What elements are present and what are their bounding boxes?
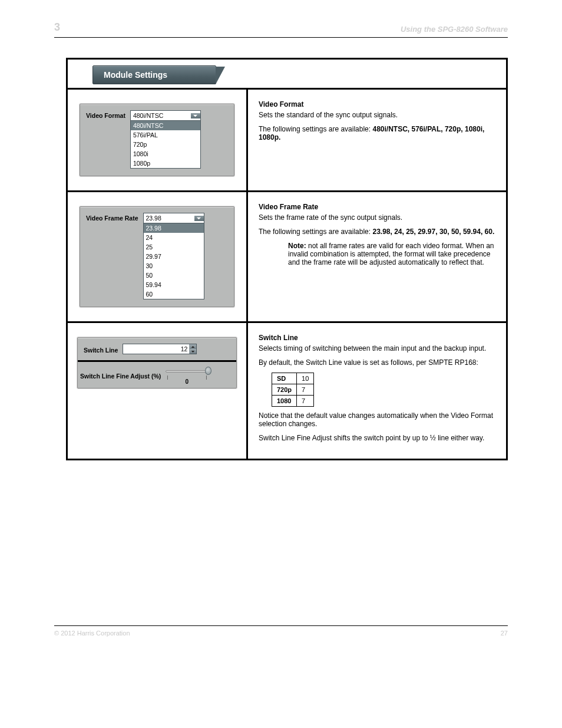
switch-line-desc-title: Switch Line (259, 334, 495, 342)
video-frame-rate-selected: 23.98 (144, 215, 194, 222)
table-row: 10807 (272, 396, 314, 407)
list-item[interactable]: 720p (131, 140, 200, 149)
row-video-format: Video Format 480i/NTSC 480i/NTSC 576i/PA… (68, 90, 506, 192)
video-format-desc-p1: Sets the standard of the sync output sig… (259, 111, 495, 119)
chevron-down-icon[interactable] (191, 113, 200, 118)
video-frame-rate-desc-p1: Sets the frame rate of the sync output s… (259, 213, 495, 222)
switch-line-desc-p1: Selects timing of switching between the … (259, 344, 495, 353)
chevron-down-icon[interactable] (194, 216, 204, 221)
module-settings-tab[interactable]: Module Settings (92, 65, 216, 84)
video-frame-rate-listbox[interactable]: 23.98 24 25 29.97 30 50 59.94 60 (143, 223, 204, 299)
table-row: SD10 (272, 373, 314, 384)
slider-thumb-icon[interactable] (205, 367, 211, 375)
module-settings-tab-label: Module Settings (104, 70, 167, 80)
list-item[interactable]: 30 (144, 261, 204, 271)
list-item[interactable]: 29.97 (144, 252, 204, 261)
video-frame-rate-label: Video Frame Rate (86, 213, 138, 222)
list-item[interactable]: 576i/PAL (131, 130, 200, 140)
video-format-desc-p2: The following settings are available: 48… (259, 125, 495, 141)
page-title: Using the SPG-8260 Software (401, 25, 508, 34)
video-format-label: Video Format (86, 110, 125, 119)
list-item[interactable]: 1080p (131, 159, 200, 168)
settings-table: Module Settings Video Format 480i/NTSC (66, 58, 508, 460)
list-item[interactable]: 50 (144, 271, 204, 280)
table-row: 720p7 (272, 384, 314, 396)
arrow-up-icon[interactable] (190, 344, 196, 349)
video-frame-rate-note: Note: not all frame rates are valid for … (288, 242, 495, 266)
list-item[interactable]: 1080i (131, 149, 200, 159)
video-frame-rate-desc-p2: The following settings are available: 23… (259, 228, 495, 236)
switch-line-fine-adjust-value: 0 (166, 378, 208, 385)
video-format-desc-title: Video Format (259, 100, 495, 108)
row-video-frame-rate: Video Frame Rate 23.98 23.98 24 25 (68, 192, 506, 323)
switch-line-fine-adjust-label: Switch Line Fine Adjust (%) (80, 368, 161, 380)
list-item[interactable]: 24 (144, 233, 204, 242)
switch-line-label: Switch Line (84, 345, 118, 354)
list-item[interactable]: 25 (144, 242, 204, 252)
footer-copyright: © 2012 Harris Corporation (54, 630, 130, 637)
video-frame-rate-desc-title: Video Frame Rate (259, 203, 495, 211)
switch-line-fine-adjust-slider[interactable]: || 0 (166, 368, 208, 382)
switch-line-desc-p2: By default, the Switch Line value is set… (259, 358, 495, 367)
switch-line-desc-p3: Notice that the default value changes au… (259, 411, 495, 428)
video-frame-rate-dropdown[interactable]: 23.98 (143, 213, 204, 223)
list-item[interactable]: 59.94 (144, 280, 204, 289)
list-item[interactable]: 23.98 (144, 223, 204, 233)
footer-page-number: 27 (501, 630, 508, 637)
video-format-selected: 480i/NTSC (131, 112, 191, 119)
switch-line-value: 12 (123, 344, 189, 354)
switch-line-desc-p4: Switch Line Fine Adjust shifts the switc… (259, 434, 495, 442)
switch-line-stepper[interactable]: 12 (123, 344, 197, 354)
switch-line-table: SD10 720p7 10807 (272, 373, 314, 407)
list-item[interactable]: 480i/NTSC (131, 121, 200, 130)
list-item[interactable]: 60 (144, 289, 204, 299)
chapter-number: 3 (54, 21, 60, 34)
row-switch-line: Switch Line 12 Switch Line Fine Adj (68, 323, 506, 459)
video-format-dropdown[interactable]: 480i/NTSC (130, 110, 201, 121)
video-format-listbox[interactable]: 480i/NTSC 576i/PAL 720p 1080i 1080p (130, 121, 201, 169)
arrow-down-icon[interactable] (190, 349, 196, 354)
